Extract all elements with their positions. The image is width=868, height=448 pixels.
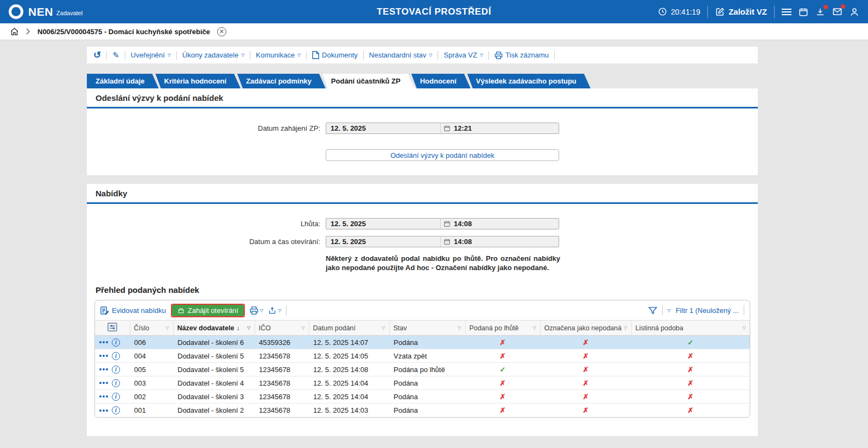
table-row[interactable]: i003Dodavatel - školení 41234567812. 5. … xyxy=(95,376,750,390)
calendar-icon[interactable] xyxy=(799,7,808,17)
tab-bar: Základní údaje Kritéria hodnocení Zadáva… xyxy=(87,74,758,88)
supplier-name-cell: Dodavatel - školení 4 xyxy=(173,376,255,390)
deadline-date-value[interactable]: 12. 5. 2025 xyxy=(326,220,440,228)
create-vz-button[interactable]: Založit VZ xyxy=(715,7,767,17)
menu-ukony-zadavatele[interactable]: Úkony zadavatele▽ xyxy=(182,51,245,59)
tab-podani-ucastniku[interactable]: Podání účastníků ZP xyxy=(322,74,415,88)
printer-icon xyxy=(495,52,503,59)
tab-zakladni-udaje[interactable]: Základní údaje xyxy=(87,74,159,88)
column-header-oznacena-jako-nepodana[interactable]: Označena jako nepodaná▽ xyxy=(540,321,631,336)
send-invitation-button[interactable]: Odeslání výzvy k podání nabídek xyxy=(326,149,559,161)
table-row[interactable]: i006Dodavatel - školení 64535932612. 5. … xyxy=(95,336,750,349)
row-info-icon[interactable]: i xyxy=(112,379,120,387)
deadline-time-value: 14:08 xyxy=(454,220,472,228)
supplier-name-cell: Dodavatel - školení 5 xyxy=(173,349,255,363)
opening-datetime-field[interactable]: 12. 5. 2025 14:08 xyxy=(326,236,559,247)
row-info-icon[interactable]: i xyxy=(112,406,120,414)
column-header-ico[interactable]: IČO▽ xyxy=(255,321,309,336)
menu-tisk-zaznamu[interactable]: Tisk záznamu xyxy=(495,51,549,59)
print-table-button[interactable]: ▽ xyxy=(250,306,263,315)
check-icon: ✓ xyxy=(631,336,750,349)
cross-icon: ✗ xyxy=(540,404,631,417)
separator xyxy=(554,51,555,60)
menu-dokumenty[interactable]: Dokumenty xyxy=(312,51,358,59)
row-actions-icon[interactable] xyxy=(99,382,108,384)
start-time-field[interactable]: 12:21 xyxy=(440,123,559,133)
column-settings-header[interactable] xyxy=(95,321,130,336)
downloads-icon[interactable] xyxy=(815,7,825,17)
column-filter-icon[interactable]: ▽ xyxy=(533,325,536,330)
start-datetime-field[interactable]: 12. 5. 2025 12:21 xyxy=(326,123,559,134)
cross-icon: ✗ xyxy=(540,349,631,363)
cross-icon: ✗ xyxy=(631,404,750,417)
row-actions-icon[interactable] xyxy=(99,355,108,357)
menu-nestandardni-stav[interactable]: Nestandardní stav▽ xyxy=(369,51,433,59)
export-button[interactable]: ▽ xyxy=(268,306,281,315)
brand[interactable]: NEN Zadavatel xyxy=(9,4,83,19)
breadcrumb-record[interactable]: N006/25/V00004575 - Domácí kuchyňské spo… xyxy=(37,28,210,36)
opening-time-field[interactable]: 14:08 xyxy=(440,236,559,247)
table-header-row: Číslo▽ Název dodavatele↓▽ IČO▽ Datum pod… xyxy=(95,321,750,336)
row-actions-icon[interactable] xyxy=(99,409,108,412)
row-actions-icon[interactable] xyxy=(99,368,108,370)
close-record-icon[interactable]: ✕ xyxy=(217,27,226,36)
opening-date-value[interactable]: 12. 5. 2025 xyxy=(326,238,440,246)
column-filter-icon[interactable]: ▽ xyxy=(458,325,461,330)
column-header-stav[interactable]: Stav▽ xyxy=(389,321,465,336)
menu-icon[interactable] xyxy=(782,9,791,15)
table-row[interactable]: i002Dodavatel - školení 31234567812. 5. … xyxy=(95,390,750,404)
column-header-podana-po-lhute[interactable]: Podaná po lhůtě▽ xyxy=(465,321,540,336)
menu-uverejneni[interactable]: Uveřejnění▽ xyxy=(131,51,171,59)
table-row[interactable]: i005Dodavatel - školení 51234567812. 5. … xyxy=(95,363,750,376)
main-content: ↺ ✎ Uveřejnění▽ Úkony zadavatele▽ Komuni… xyxy=(87,47,758,436)
column-header-listinna-podoba[interactable]: Listinná podoba▽ xyxy=(631,321,750,336)
separator xyxy=(306,51,307,60)
separator xyxy=(707,6,708,18)
table-row[interactable]: i001Dodavatel - školení 21234567812. 5. … xyxy=(95,404,750,417)
spacer xyxy=(87,175,758,184)
profile-icon[interactable] xyxy=(850,7,859,17)
active-filter-label[interactable]: Filtr 1 (Neuložený ... xyxy=(676,306,739,315)
menu-komunikace[interactable]: Komunikace▽ xyxy=(256,51,301,59)
register-offer-button[interactable]: Evidovat nabídku xyxy=(100,306,166,315)
edit-icon[interactable]: ✎ xyxy=(112,50,119,60)
submitted-date-cell: 12. 5. 2025 14:03 xyxy=(309,404,389,417)
deadline-datetime-field[interactable]: 12. 5. 2025 14:08 xyxy=(326,218,559,229)
table-row[interactable]: i004Dodavatel - školení 51234567812. 5. … xyxy=(95,349,750,363)
start-date-value[interactable]: 12. 5. 2025 xyxy=(326,124,440,132)
tab-kriteria-hodnoceni[interactable]: Kritéria hodnocení xyxy=(155,74,240,88)
column-filter-icon[interactable]: ▽ xyxy=(382,325,385,330)
separator xyxy=(286,305,287,315)
filter-chevron-icon[interactable]: ▽ xyxy=(668,308,671,313)
row-actions-icon[interactable] xyxy=(99,341,108,343)
row-info-icon[interactable]: i xyxy=(112,393,120,401)
column-header-cislo[interactable]: Číslo▽ xyxy=(130,321,173,336)
column-filter-icon[interactable]: ▽ xyxy=(166,325,169,330)
home-icon[interactable] xyxy=(10,27,19,36)
top-bar: NEN Zadavatel TESTOVACÍ PROSTŘEDÍ 20:41:… xyxy=(0,0,868,23)
menu-sprava-vz[interactable]: Správa VZ▽ xyxy=(443,51,483,59)
column-filter-icon[interactable]: ▽ xyxy=(247,325,250,330)
row-actions-icon[interactable] xyxy=(99,395,108,398)
tab-hodnoceni[interactable]: Hodnocení xyxy=(411,74,471,88)
chevron-right-icon xyxy=(26,28,30,35)
column-header-datum-podani[interactable]: Datum podání▽ xyxy=(309,321,389,336)
row-info-icon[interactable]: i xyxy=(112,338,120,347)
column-filter-icon[interactable]: ▽ xyxy=(624,325,627,330)
open-offers-icon xyxy=(178,307,185,314)
cross-icon: ✗ xyxy=(540,376,631,390)
tab-vysledek[interactable]: Výsledek zadávacího postupu xyxy=(467,74,591,88)
start-opening-button[interactable]: Zahájit otevírání xyxy=(172,305,244,316)
tab-zadavaci-podminky[interactable]: Zadávací podmínky xyxy=(237,74,326,88)
history-icon[interactable]: ↺ xyxy=(93,49,101,61)
deadline-time-field[interactable]: 14:08 xyxy=(440,219,559,229)
column-header-nazev-dodavatele[interactable]: Název dodavatele↓▽ xyxy=(173,321,255,336)
messages-icon[interactable] xyxy=(832,7,842,17)
row-info-icon[interactable]: i xyxy=(112,366,120,374)
opening-label: Datum a čas otevírání: xyxy=(87,238,326,246)
filter-funnel-icon[interactable] xyxy=(648,306,657,315)
column-filter-icon[interactable]: ▽ xyxy=(301,325,305,330)
supplier-name-cell: Dodavatel - školení 3 xyxy=(173,390,255,404)
column-filter-icon[interactable]: ▽ xyxy=(743,325,746,330)
row-info-icon[interactable]: i xyxy=(112,352,120,360)
